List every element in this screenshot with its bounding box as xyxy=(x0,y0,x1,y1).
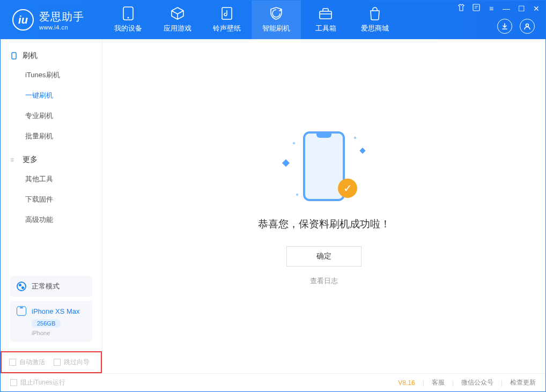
bag-icon xyxy=(368,6,382,20)
note-icon xyxy=(220,6,234,20)
section-title: 更多 xyxy=(23,155,38,165)
main-nav: 我的设备 应用游戏 铃声壁纸 智能刷机 工具箱 爱思商城 xyxy=(104,1,400,39)
nav-label: 应用游戏 xyxy=(164,24,191,33)
nav-toolbox[interactable]: 工具箱 xyxy=(301,1,350,39)
app-url: www.i4.cn xyxy=(39,24,84,31)
nav-label: 爱思商城 xyxy=(361,24,389,33)
skip-guide-checkbox[interactable]: 跳过向导 xyxy=(54,358,90,367)
mode-icon xyxy=(17,282,26,291)
svg-point-1 xyxy=(128,17,129,19)
statusbar: 阻止iTunes运行 V8.16 | 客服 | 微信公众号 | 检查更新 xyxy=(1,373,545,391)
device-capacity-badge: 256GB xyxy=(32,319,61,328)
window-controls: ≡ — ☐ ✕ xyxy=(456,4,541,13)
checkbox-label: 阻止iTunes运行 xyxy=(20,378,65,387)
device-name: iPhone XS Max xyxy=(32,307,80,315)
close-icon[interactable]: ✕ xyxy=(532,4,541,13)
menu-icon[interactable]: ≡ xyxy=(486,4,496,13)
sidebar-item-other-tools[interactable]: 其他工具 xyxy=(1,169,102,189)
nav-my-device[interactable]: 我的设备 xyxy=(104,1,153,39)
minimize-icon[interactable]: — xyxy=(501,4,511,13)
svg-rect-3 xyxy=(320,11,331,19)
view-log-link[interactable]: 查看日志 xyxy=(310,276,338,286)
nav-label: 智能刷机 xyxy=(262,24,290,33)
sidebar-item-batch-flash[interactable]: 批量刷机 xyxy=(1,126,102,146)
toolbox-icon xyxy=(319,6,333,20)
sidebar-section-flash: 刷机 iTunes刷机 一键刷机 专业刷机 批量刷机 xyxy=(1,47,102,151)
sidebar: 刷机 iTunes刷机 一键刷机 专业刷机 批量刷机 ≡ 更多 其他工具 下载固… xyxy=(1,39,102,373)
svg-point-5 xyxy=(526,24,529,27)
sidebar-section-header: 刷机 xyxy=(1,47,102,65)
success-illustration: ✓ xyxy=(265,127,383,208)
nav-shop[interactable]: 爱思商城 xyxy=(350,1,400,39)
checkbox-label: 自动激活 xyxy=(19,358,45,367)
list-icon: ≡ xyxy=(10,156,18,164)
tshirt-icon[interactable] xyxy=(456,4,466,13)
mode-label: 正常模式 xyxy=(32,282,60,291)
auto-activate-checkbox[interactable]: 自动激活 xyxy=(9,358,45,367)
sidebar-item-onekey-flash[interactable]: 一键刷机 xyxy=(1,85,102,106)
nav-ringtones-wallpapers[interactable]: 铃声壁纸 xyxy=(202,1,252,39)
check-badge-icon: ✓ xyxy=(338,179,357,198)
shield-icon xyxy=(269,6,283,20)
status-link-update[interactable]: 检查更新 xyxy=(510,378,536,387)
status-link-wechat[interactable]: 微信公众号 xyxy=(461,378,493,387)
maximize-icon[interactable]: ☐ xyxy=(517,4,526,13)
block-itunes-checkbox[interactable]: 阻止iTunes运行 xyxy=(10,378,65,387)
sidebar-item-download-firmware[interactable]: 下载固件 xyxy=(1,189,102,210)
checkbox-icon xyxy=(10,379,17,386)
main-content: ✓ 恭喜您，保资料刷机成功啦！ 确定 查看日志 xyxy=(102,39,545,373)
nav-apps-games[interactable]: 应用游戏 xyxy=(153,1,202,39)
checkbox-icon xyxy=(54,359,61,366)
version-label: V8.16 xyxy=(398,379,415,387)
cube-icon xyxy=(171,6,185,20)
logo-area: iu 爱思助手 www.i4.cn xyxy=(1,1,94,39)
success-panel: ✓ 恭喜您，保资料刷机成功啦！ 确定 查看日志 xyxy=(258,127,390,286)
sidebar-section-more: ≡ 更多 其他工具 下载固件 高级功能 xyxy=(1,151,102,234)
phone-icon xyxy=(17,306,26,316)
user-controls xyxy=(497,19,535,34)
app-name: 爱思助手 xyxy=(39,10,84,24)
nav-label: 铃声壁纸 xyxy=(213,24,241,33)
nav-label: 工具箱 xyxy=(315,24,336,33)
nav-label: 我的设备 xyxy=(114,24,142,33)
app-logo-icon: iu xyxy=(12,9,34,31)
checkbox-label: 跳过向导 xyxy=(64,358,90,367)
flash-options-row: 自动激活 跳过向导 xyxy=(1,351,102,373)
success-message: 恭喜您，保资料刷机成功啦！ xyxy=(258,217,390,231)
device-info-box[interactable]: iPhone XS Max 256GB iPhone xyxy=(10,301,92,342)
svg-rect-6 xyxy=(12,53,16,59)
checkbox-icon xyxy=(9,359,16,366)
sidebar-section-header: ≡ 更多 xyxy=(1,151,102,169)
nav-smart-flash[interactable]: 智能刷机 xyxy=(252,1,301,39)
sidebar-item-advanced[interactable]: 高级功能 xyxy=(1,210,102,230)
device-type: iPhone xyxy=(32,330,86,336)
sidebar-item-itunes-flash[interactable]: iTunes刷机 xyxy=(1,65,102,85)
svg-rect-4 xyxy=(473,4,479,11)
sidebar-item-pro-flash[interactable]: 专业刷机 xyxy=(1,106,102,126)
feedback-icon[interactable] xyxy=(471,4,481,13)
status-link-support[interactable]: 客服 xyxy=(432,378,445,387)
titlebar: iu 爱思助手 www.i4.cn 我的设备 应用游戏 铃声壁纸 智能刷机 xyxy=(1,1,545,39)
phone-icon xyxy=(10,52,18,60)
section-title: 刷机 xyxy=(23,51,38,61)
device-mode-box[interactable]: 正常模式 xyxy=(10,276,92,297)
device-icon xyxy=(121,6,135,20)
download-button[interactable] xyxy=(497,19,512,34)
confirm-button[interactable]: 确定 xyxy=(286,246,361,267)
user-button[interactable] xyxy=(520,19,535,34)
